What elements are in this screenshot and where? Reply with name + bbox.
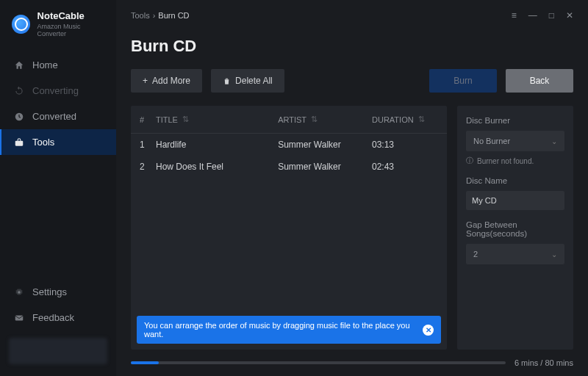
button-label: Back [530,76,550,86]
disc-burner-select[interactable]: No Burner ⌄ [466,131,564,151]
table-row[interactable]: 2 How Does It Feel Summer Walker 02:43 [131,156,447,178]
brand-logo-icon [12,15,30,34]
cell-duration: 02:43 [372,162,438,172]
disc-name-input[interactable]: My CD [466,191,564,210]
disc-usage-text: 6 mins / 80 mins [514,358,573,367]
action-row: + Add More Delete All Burn Back [131,69,573,93]
input-value: My CD [472,196,497,205]
brand-subtitle: Amazon Music Converter [37,23,107,37]
gear-icon [13,286,24,297]
svg-rect-1 [15,140,23,145]
back-button[interactable]: Back [506,69,573,93]
disc-burner-label: Disc Burner [466,116,564,125]
cell-artist: Summer Walker [278,140,372,150]
col-duration[interactable]: DURATION⇅ [372,115,438,124]
cell-duration: 03:13 [372,140,438,150]
content-row: # TITLE⇅ ARTIST⇅ DURATION⇅ 1 Hardlife Su… [131,106,573,350]
disc-usage-bar [131,361,506,364]
disc-name-label: Disc Name [466,176,564,185]
button-label: Burn [453,76,472,86]
select-value: 2 [473,250,478,258]
sidebar-item-home[interactable]: Home [0,52,116,78]
topbar: Tools › Burn CD ≡ — □ ✕ [131,0,573,31]
sidebar-item-settings[interactable]: Settings [0,279,116,305]
warning-text: Burner not found. [477,157,534,165]
toolbox-icon [13,137,24,148]
sidebar-item-label: Converting [32,85,79,96]
col-title[interactable]: TITLE⇅ [156,115,278,124]
sidebar-item-converting[interactable]: Converting [0,78,116,104]
gap-label: Gap Between Songs(seconds) [466,220,564,238]
info-tip: You can arrange the order of music by dr… [137,316,441,344]
home-icon [13,59,24,70]
brand-text: NoteCable Amazon Music Converter [37,10,107,37]
burn-settings-panel: Disc Burner No Burner ⌄ ⓘ Burner not fou… [457,106,573,350]
warning-icon: ⓘ [466,156,473,166]
sidebar-item-label: Tools [32,137,54,148]
burner-warning: ⓘ Burner not found. [466,156,564,166]
sidebar-item-label: Feedback [32,312,74,323]
clock-icon [13,111,24,122]
maximize-icon[interactable]: □ [549,10,554,21]
info-text: You can arrange the order of music by dr… [144,321,423,339]
col-index: # [140,115,156,124]
delete-all-button[interactable]: Delete All [211,69,284,93]
breadcrumb: Tools › Burn CD [131,11,190,20]
cell-title: Hardlife [156,140,278,150]
track-table: # TITLE⇅ ARTIST⇅ DURATION⇅ 1 Hardlife Su… [131,106,447,350]
button-label: Delete All [235,76,273,86]
cell-index: 2 [140,162,156,172]
add-more-button[interactable]: + Add More [131,69,202,93]
converting-icon [13,85,24,96]
sidebar-item-label: Settings [32,286,67,297]
sidebar-item-tools[interactable]: Tools [0,129,116,155]
sort-icon: ⇅ [418,115,425,124]
main: Tools › Burn CD ≡ — □ ✕ Burn CD + Add Mo… [116,0,588,376]
breadcrumb-current: Burn CD [158,11,189,20]
sort-icon: ⇅ [311,115,318,124]
breadcrumb-parent[interactable]: Tools [131,11,150,20]
disc-usage-fill [131,361,159,364]
brand: NoteCable Amazon Music Converter [0,0,116,49]
cell-index: 1 [140,140,156,150]
account-card[interactable] [9,338,107,364]
gap-select[interactable]: 2 ⌄ [466,244,564,264]
chevron-down-icon: ⌄ [551,137,557,145]
col-artist[interactable]: ARTIST⇅ [278,115,372,124]
select-value: No Burner [473,137,510,145]
mail-icon [13,312,24,323]
sidebar-item-label: Converted [32,111,76,122]
cell-artist: Summer Walker [278,162,372,172]
minimize-icon[interactable]: — [528,10,537,21]
nav: Home Converting Converted Tools [0,52,116,155]
table-row[interactable]: 1 Hardlife Summer Walker 03:13 [131,134,447,156]
sidebar: NoteCable Amazon Music Converter Home Co… [0,0,116,376]
window-controls: ≡ — □ ✕ [512,10,573,21]
close-tip-button[interactable]: ✕ [423,325,434,336]
close-icon[interactable]: ✕ [566,10,573,21]
button-label: Add More [152,76,190,86]
burn-button[interactable]: Burn [429,69,497,93]
chevron-right-icon: › [153,11,156,20]
cell-title: How Does It Feel [156,162,278,172]
trash-icon [223,77,231,85]
sort-icon: ⇅ [182,115,189,124]
sidebar-item-converted[interactable]: Converted [0,104,116,129]
page-title: Burn CD [131,37,573,56]
plus-icon: + [143,76,148,86]
menu-icon[interactable]: ≡ [512,10,517,21]
svg-rect-3 [15,315,23,320]
sidebar-item-label: Home [32,59,58,70]
chevron-down-icon: ⌄ [551,250,557,258]
progress-row: 6 mins / 80 mins [131,358,573,367]
table-header: # TITLE⇅ ARTIST⇅ DURATION⇅ [131,106,447,134]
sidebar-item-feedback[interactable]: Feedback [0,305,116,330]
brand-name: NoteCable [37,10,107,21]
